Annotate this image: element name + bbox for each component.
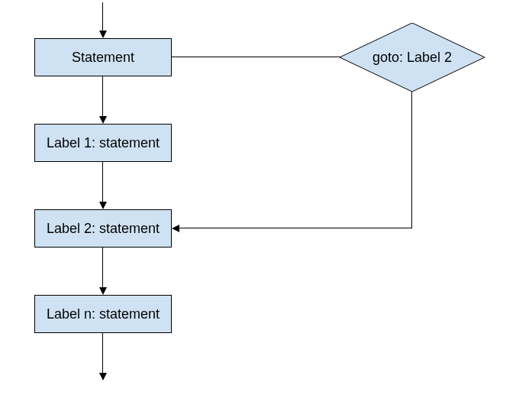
goto-vline bbox=[411, 92, 412, 228]
exit-arrow-line bbox=[102, 333, 103, 375]
arrow-stmt-to-goto-line bbox=[172, 57, 343, 57]
label1-label: Label 1: statement bbox=[47, 135, 160, 151]
arrow-label2-to-labeln-head bbox=[99, 287, 107, 295]
goto-arrow-head bbox=[172, 225, 179, 232]
statement-box: Statement bbox=[34, 38, 172, 76]
labeln-box: Label n: statement bbox=[34, 295, 172, 333]
arrow-stmt-to-label1-line bbox=[102, 76, 103, 118]
labeln-label: Label n: statement bbox=[47, 306, 160, 322]
goto-diamond: goto: Label 2 bbox=[340, 23, 485, 92]
exit-arrow-head bbox=[99, 373, 107, 380]
entry-arrow-line bbox=[102, 2, 103, 33]
label1-box: Label 1: statement bbox=[34, 124, 172, 162]
goto-hline bbox=[178, 228, 412, 228]
arrow-label1-to-label2-head bbox=[99, 202, 107, 209]
entry-arrow-head bbox=[99, 31, 107, 38]
goto-label: goto: Label 2 bbox=[340, 23, 485, 92]
arrow-label1-to-label2-line bbox=[102, 162, 103, 204]
arrow-label2-to-labeln-line bbox=[102, 248, 103, 290]
statement-label: Statement bbox=[72, 50, 134, 66]
arrow-stmt-to-label1-head bbox=[99, 116, 107, 124]
label2-label: Label 2: statement bbox=[47, 221, 160, 237]
label2-box: Label 2: statement bbox=[34, 209, 172, 248]
